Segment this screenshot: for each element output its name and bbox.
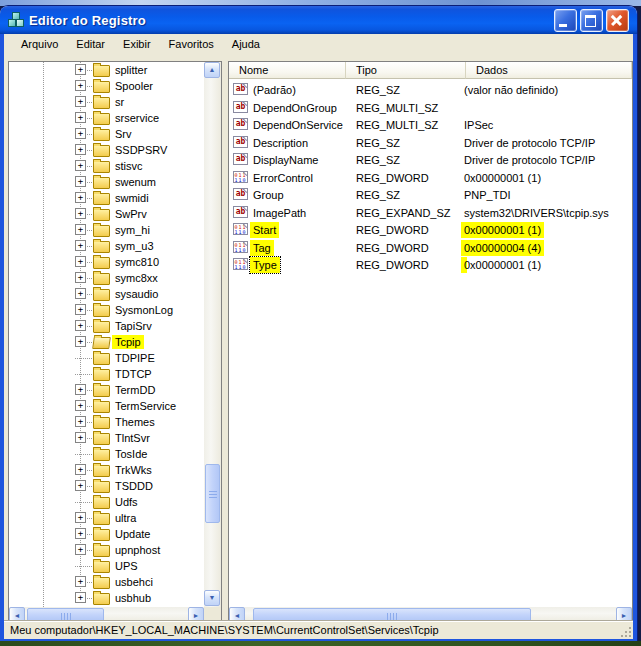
scrollbar-thumb[interactable]: [205, 464, 220, 523]
registry-value-row-type[interactable]: 011110 Type REG_DWORD 0x00000001 (1): [229, 256, 632, 274]
tree-item-themes[interactable]: + Themes: [9, 414, 204, 430]
tree-item-tdpipe[interactable]: TDPIPE: [9, 350, 204, 366]
expand-icon[interactable]: +: [75, 224, 86, 235]
registry-value-row-dependonservice[interactable]: ab DependOnService REG_MULTI_SZ IPSec: [229, 116, 632, 134]
tree-item-swprv[interactable]: + SwPrv: [9, 206, 204, 222]
close-button[interactable]: [606, 9, 629, 32]
expand-icon[interactable]: +: [75, 160, 86, 171]
tree-item-swenum[interactable]: + swenum: [9, 174, 204, 190]
tree-item-label: TermDD: [112, 383, 158, 397]
maximize-button[interactable]: [580, 9, 603, 32]
registry-value-row-start[interactable]: 011110 Start REG_DWORD 0x00000001 (1): [229, 221, 632, 239]
expand-icon[interactable]: +: [75, 256, 86, 267]
registry-value-row-imagepath[interactable]: ab ImagePath REG_EXPAND_SZ system32\DRIV…: [229, 204, 632, 222]
tree-item-tapisrv[interactable]: + TapiSrv: [9, 318, 204, 334]
tree-item-sysaudio[interactable]: + sysaudio: [9, 286, 204, 302]
tree-item-upnphost[interactable]: + upnphost: [9, 542, 204, 558]
registry-value-row-errorcontrol[interactable]: 011110 ErrorControl REG_DWORD 0x00000001…: [229, 169, 632, 187]
menu-item-favoritos[interactable]: Favoritos: [160, 36, 223, 53]
folder-icon: [93, 417, 110, 429]
expand-icon[interactable]: +: [75, 576, 86, 587]
tree-item-ssdpsrv[interactable]: + SSDPSRV: [9, 142, 204, 158]
minimize-button[interactable]: [554, 9, 577, 32]
expand-icon[interactable]: +: [75, 192, 86, 203]
registry-value-row-padro[interactable]: ab (Padrão) REG_SZ (valor não definido): [229, 81, 632, 99]
expand-icon[interactable]: +: [75, 432, 86, 443]
menu-item-exibir[interactable]: Exibir: [114, 36, 160, 53]
tree-item-tcpip[interactable]: + Tcpip: [9, 334, 204, 350]
expand-icon[interactable]: +: [75, 336, 86, 347]
scroll-up-button[interactable]: ▲: [204, 62, 220, 78]
menu-item-arquivo[interactable]: Arquivo: [12, 36, 67, 53]
tree-item-termservice[interactable]: + TermService: [9, 398, 204, 414]
value-data: (valor não definido): [461, 82, 561, 98]
expand-icon[interactable]: +: [75, 96, 86, 107]
tree-item-sysmonlog[interactable]: + SysmonLog: [9, 302, 204, 318]
expand-icon[interactable]: +: [75, 304, 86, 315]
expand-icon[interactable]: +: [75, 128, 86, 139]
value-type: REG_DWORD: [356, 223, 429, 237]
expand-icon[interactable]: +: [75, 208, 86, 219]
registry-value-row-tag[interactable]: 011110 Tag REG_DWORD 0x00000004 (4): [229, 239, 632, 257]
tree-item-srv[interactable]: + Srv: [9, 126, 204, 142]
tree-item-tdtcp[interactable]: TDTCP: [9, 366, 204, 382]
expand-icon[interactable]: +: [75, 512, 86, 523]
expand-icon[interactable]: +: [75, 64, 86, 75]
tree-item-toside[interactable]: TosIde: [9, 446, 204, 462]
title-bar[interactable]: Editor do Registro: [0, 6, 637, 34]
tree-item-update[interactable]: + Update: [9, 526, 204, 542]
tree-item-symc8xx[interactable]: + symc8xx: [9, 270, 204, 286]
tree-vertical-scrollbar[interactable]: ▲ ▼: [204, 62, 221, 607]
tree-item-tlntsvr[interactable]: + TlntSvr: [9, 430, 204, 446]
folder-icon: [93, 65, 110, 77]
expand-icon[interactable]: +: [75, 144, 86, 155]
expand-icon[interactable]: +: [75, 592, 86, 603]
tree-item-stisvc[interactable]: + stisvc: [9, 158, 204, 174]
tree-item-swmidi[interactable]: + swmidi: [9, 190, 204, 206]
expand-icon[interactable]: +: [75, 400, 86, 411]
tree-item-ultra[interactable]: + ultra: [9, 510, 204, 526]
column-header-nome[interactable]: Nome: [229, 62, 346, 79]
menu-item-editar[interactable]: Editar: [67, 36, 114, 53]
registry-value-row-displayname[interactable]: ab DisplayName REG_SZ Driver de protocol…: [229, 151, 632, 169]
registry-value-row-dependongroup[interactable]: ab DependOnGroup REG_MULTI_SZ: [229, 99, 632, 117]
menu-item-ajuda[interactable]: Ajuda: [223, 36, 269, 53]
tree-item-sr[interactable]: + sr: [9, 94, 204, 110]
folder-icon: [93, 305, 110, 317]
scroll-down-button[interactable]: ▼: [204, 590, 220, 606]
tree-item-trkwks[interactable]: + TrkWks: [9, 462, 204, 478]
expand-icon[interactable]: +: [75, 480, 86, 491]
expand-icon[interactable]: +: [75, 288, 86, 299]
expand-icon[interactable]: +: [75, 416, 86, 427]
tree-item-termdd[interactable]: + TermDD: [9, 382, 204, 398]
registry-value-row-group[interactable]: ab Group REG_SZ PNP_TDI: [229, 186, 632, 204]
expand-icon[interactable]: +: [75, 464, 86, 475]
tree-item-sym_hi[interactable]: + sym_hi: [9, 222, 204, 238]
column-header-dados[interactable]: Dados: [466, 62, 632, 79]
expand-icon[interactable]: +: [75, 112, 86, 123]
tree-item-splitter[interactable]: + splitter: [9, 62, 204, 78]
expand-icon[interactable]: +: [75, 272, 86, 283]
registry-value-row-description[interactable]: ab Description REG_SZ Driver de protocol…: [229, 134, 632, 152]
expand-icon[interactable]: +: [75, 544, 86, 555]
value-type: REG_DWORD: [356, 171, 429, 185]
tree-item-ups[interactable]: UPS: [9, 558, 204, 574]
expand-icon[interactable]: +: [75, 80, 86, 91]
registry-tree[interactable]: + splitter + Spooler + sr + srservice + …: [9, 62, 204, 607]
expand-icon[interactable]: +: [75, 528, 86, 539]
tree-item-sym_u3[interactable]: + sym_u3: [9, 238, 204, 254]
expand-icon[interactable]: +: [75, 240, 86, 251]
column-header-tipo[interactable]: Tipo: [346, 62, 466, 79]
tree-item-spooler[interactable]: + Spooler: [9, 78, 204, 94]
tree-item-usbhub[interactable]: + usbhub: [9, 590, 204, 606]
resize-grip[interactable]: [619, 625, 632, 638]
expand-icon[interactable]: +: [75, 320, 86, 331]
tree-item-tsddd[interactable]: + TSDDD: [9, 478, 204, 494]
tree-item-usbehci[interactable]: + usbehci: [9, 574, 204, 590]
tree-item-srservice[interactable]: + srservice: [9, 110, 204, 126]
expand-icon[interactable]: +: [75, 384, 86, 395]
tree-item-symc810[interactable]: + symc810: [9, 254, 204, 270]
tree-item-label: Srv: [112, 127, 135, 141]
tree-item-udfs[interactable]: Udfs: [9, 494, 204, 510]
expand-icon[interactable]: +: [75, 176, 86, 187]
